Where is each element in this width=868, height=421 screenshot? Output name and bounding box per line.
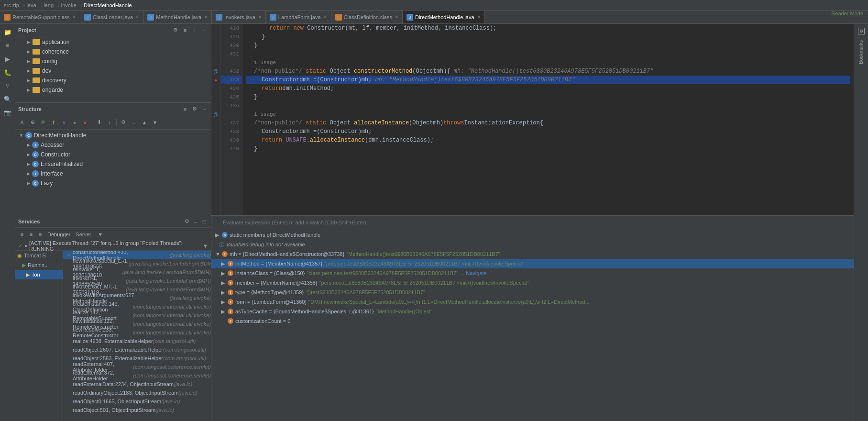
close-tab-classloader[interactable]: ✕ — [135, 14, 139, 20]
struct-toolbar-m[interactable]: ▼ — [150, 118, 160, 127]
frame-9[interactable]: newResolve:233, RemoteConstructor (com.t… — [63, 328, 211, 337]
code-body[interactable]: return new Constructor(mt, lf, member, i… — [242, 24, 854, 215]
frame-10[interactable]: realize:4938, ExternalizableHelper (com.… — [63, 337, 211, 345]
server-tab[interactable]: Server — [76, 232, 91, 237]
struct-toolbar-i[interactable]: ↕ — [105, 118, 114, 127]
var-member[interactable]: ▶ f member = {MemberName@41358} "pers.ne… — [211, 278, 854, 288]
folder-icon-coherence — [33, 49, 40, 55]
close-tab-remotable[interactable]: ✕ — [72, 14, 76, 20]
struct-toolbar-k[interactable]: – — [129, 118, 139, 127]
sidebar-project-btn[interactable]: 📁 — [1, 26, 14, 38]
var-form[interactable]: ▶ f form = {LambdaForm@41360} "DMH.newIn… — [211, 297, 854, 307]
struct-label-lazy: Lazy — [41, 180, 53, 187]
project-gear-icon[interactable]: ⋮ — [191, 26, 198, 34]
project-minimize-icon[interactable]: – — [200, 26, 208, 34]
close-tab-methodhandle[interactable]: ✕ — [204, 14, 208, 20]
services-settings-icon[interactable]: ⚙ — [183, 218, 191, 225]
struct-item-constructor[interactable]: ▶ C Constructor — [15, 150, 211, 159]
var-mh[interactable]: ▼ f mh = {DirectMethodHandle$Constructor… — [211, 249, 854, 259]
structure-minimize-icon[interactable]: – — [200, 105, 208, 113]
service-ton[interactable]: ▶ Ton — [15, 270, 63, 279]
frame-17[interactable]: readObject0:1665, ObjectInputStream (jav… — [63, 397, 211, 406]
breakpoint-icon[interactable]: ● — [211, 76, 220, 84]
tab-invokers[interactable]: J Invokers.java ✕ — [212, 11, 266, 23]
watch-input[interactable] — [219, 217, 846, 228]
close-tab-invokers[interactable]: ✕ — [258, 14, 262, 20]
code-gutter: i @ ● i @ — [211, 24, 221, 215]
frame-list: ✓ constructorMethod:433, DirectMethodHan… — [63, 251, 211, 421]
tree-item-discovery[interactable]: ▶ discovery — [15, 76, 211, 85]
service-running[interactable]: ▶ Runnin.. — [15, 260, 63, 270]
tree-label-coherence: coherence — [42, 48, 69, 55]
sidebar-search-btn[interactable]: 🔍 — [1, 93, 14, 105]
sidebar-git-btn[interactable]: ⑂ — [1, 79, 14, 92]
services-tb2[interactable]: ≡ — [27, 231, 35, 238]
close-tab-directmethodhandle[interactable]: ✕ — [477, 14, 481, 20]
usage-hint-2: 1 usage — [246, 110, 850, 119]
tab-icon-invokers: J — [216, 14, 222, 21]
structure-layout-icon[interactable]: ≡ — [181, 105, 189, 113]
frame-16[interactable]: readOrdinaryObject:2183, ObjectInputStre… — [63, 388, 211, 397]
left-panel: Project ⚙ ≡ ⋮ – ▶ application ▶ — [15, 24, 211, 421]
close-tab-classdefinition[interactable]: ✕ — [395, 14, 398, 20]
tab-classdefinition[interactable]: c ClassDefinition.class ✕ — [331, 11, 403, 23]
struct-toolbar-l[interactable]: ▲ — [140, 118, 149, 127]
navigate-link[interactable]: ... Navigate — [460, 270, 487, 276]
services-filter-icon[interactable]: ▼ — [97, 231, 104, 238]
struct-toolbar-a[interactable]: A — [17, 118, 27, 127]
frame-15[interactable]: readExternalData:2234, ObjectInputStream… — [63, 380, 211, 388]
struct-toolbar-f[interactable]: ● — [70, 118, 79, 127]
structure-gear-icon[interactable]: ⚙ — [191, 105, 198, 113]
project-layout-icon[interactable]: ≡ — [181, 26, 189, 34]
struct-item-accessor[interactable]: ▶ I Accessor — [15, 140, 211, 150]
struct-icon-interface: I — [32, 170, 39, 177]
services-minimize-icon[interactable]: – — [192, 218, 199, 225]
struct-root[interactable]: ▼ C DirectMethodHandle — [15, 131, 211, 140]
project-header: Project ⚙ ≡ ⋮ – — [15, 24, 211, 36]
frame-14[interactable]: readExternal:372, AttributeHolder (com.t… — [63, 371, 211, 380]
struct-item-interface[interactable]: ▶ I Interface — [15, 169, 211, 178]
services-maximize-icon[interactable]: □ — [200, 218, 208, 225]
code-line-432: /*non-public*/ static Object constructor… — [246, 67, 850, 76]
frame-18[interactable]: readObject:501, ObjectInputStream (java.… — [63, 406, 211, 414]
sidebar-run-btn[interactable]: ▶ — [1, 53, 14, 65]
var-astypecache[interactable]: ▶ f asTypeCache = {BoundMethodHandle$Spe… — [211, 307, 854, 316]
struct-item-lazy[interactable]: ▶ C Lazy — [15, 178, 211, 188]
tab-directmethodhandle[interactable]: J DirectMethodHandle.java ✕ — [403, 11, 485, 23]
struct-toolbar-b[interactable]: ⊕ — [28, 118, 37, 127]
tab-remotablesupport[interactable]: c RemotableSupport.class ✕ — [0, 11, 80, 23]
right-sidebar: ⚙ Bookmarks — [854, 24, 868, 421]
sidebar-debug-btn[interactable]: 🐛 — [1, 66, 14, 78]
struct-toolbar-j[interactable]: ⚙ — [119, 118, 128, 127]
tab-methodhandle[interactable]: J MethodHandle.java ✕ — [143, 11, 212, 23]
struct-toolbar-g[interactable]: ● — [80, 118, 90, 127]
struct-toolbar-e[interactable]: v — [59, 118, 69, 127]
tab-classloader[interactable]: J ClassLoader.java ✕ — [80, 11, 143, 23]
tree-item-coherence[interactable]: ▶ coherence — [15, 47, 211, 56]
struct-toolbar-c[interactable]: P — [38, 118, 48, 127]
services-tb3[interactable]: ≡ — [36, 231, 44, 238]
tree-item-engarde[interactable]: ▶ engarde — [15, 85, 211, 95]
tab-lambdaform[interactable]: J LambdaForm.java ✕ — [266, 11, 331, 23]
var-instanceclass[interactable]: ▶ f instanceClass = {Class@150} "class p… — [211, 268, 854, 278]
struct-toolbar-h[interactable]: ⬇ — [94, 118, 104, 127]
sidebar-structure-btn[interactable]: ≡ — [1, 39, 14, 52]
right-sidebar-settings[interactable]: ⚙ — [858, 28, 865, 34]
debugger-tab[interactable]: Debugger — [47, 232, 70, 237]
var-initmethod[interactable]: ▶ f initMethod = {MemberName@41357} "per… — [211, 259, 854, 268]
code-line-433: Constructor dmh = (Constructor)mh; mh: "… — [246, 76, 850, 84]
close-tab-lambdaform[interactable]: ✕ — [323, 14, 327, 20]
var-type[interactable]: ▶ f type = {MethodType@41359} "()test6$8… — [211, 288, 854, 297]
struct-toolbar-d[interactable]: f — [49, 118, 58, 127]
struct-item-ensureinitialized[interactable]: ▶ C EnsureInitialized — [15, 159, 211, 169]
frame-11[interactable]: readObject:2607, ExternalizableHelper (c… — [63, 345, 211, 354]
project-settings-icon[interactable]: ⚙ — [172, 26, 179, 34]
services-list: ◉ Tomcat S ▶ Runnin.. ▶ Ton — [15, 251, 63, 421]
services-tb1[interactable]: ≡ — [18, 231, 26, 238]
var-customizationcount[interactable]: ▶ f customizationCount = 0 — [211, 316, 854, 326]
service-tomcat[interactable]: ◉ Tomcat S — [15, 251, 63, 260]
sidebar-camera-btn[interactable]: 📷 — [1, 106, 14, 119]
tree-item-application[interactable]: ▶ application — [15, 37, 211, 47]
tree-item-dev[interactable]: ▶ dev — [15, 66, 211, 76]
tree-item-config[interactable]: ▶ config — [15, 56, 211, 66]
